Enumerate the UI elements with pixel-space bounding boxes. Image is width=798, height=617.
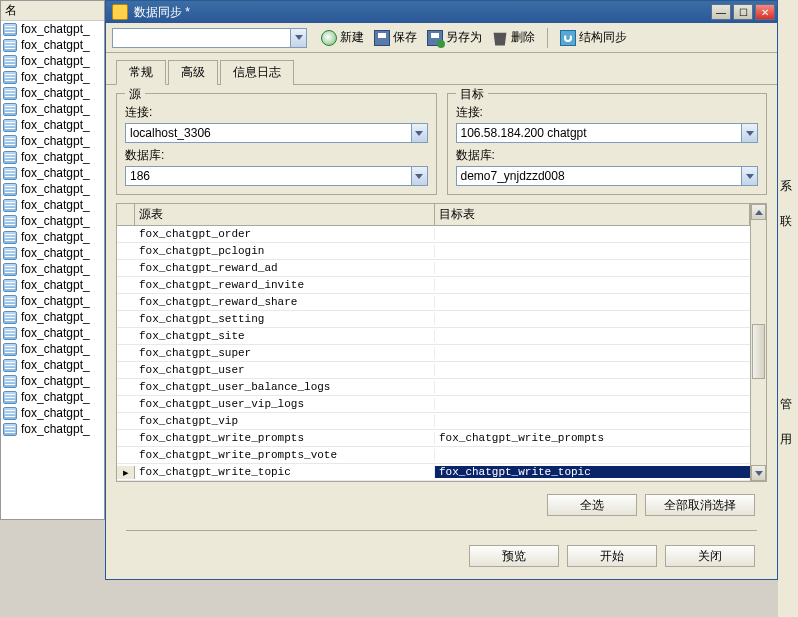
source-db-select[interactable]: 186 [125,166,428,186]
struct-sync-button[interactable]: 结构同步 [556,27,631,49]
minimize-button[interactable]: — [711,4,731,20]
close-button[interactable]: 关闭 [665,545,755,567]
table-icon [3,279,17,292]
new-icon [321,30,337,46]
table-row[interactable]: fox_chatgpt_pclogin [117,243,750,260]
tree-item[interactable]: fox_chatgpt_ [1,245,104,261]
table-icon [3,151,17,164]
tree-item[interactable]: fox_chatgpt_ [1,229,104,245]
profile-combo[interactable] [112,28,307,48]
tree-item[interactable]: fox_chatgpt_ [1,277,104,293]
tab-log[interactable]: 信息日志 [220,60,294,85]
tree-item[interactable]: fox_chatgpt_ [1,69,104,85]
table-row[interactable]: fox_chatgpt_user [117,362,750,379]
left-table-tree[interactable]: 名 fox_chatgpt_fox_chatgpt_fox_chatgpt_fo… [0,0,105,520]
window-title: 数据同步 * [132,4,709,21]
deselect-all-button[interactable]: 全部取消选择 [645,494,755,516]
tree-item[interactable]: fox_chatgpt_ [1,117,104,133]
maximize-button[interactable]: ☐ [733,4,753,20]
chevron-down-icon[interactable] [741,124,757,142]
source-table-cell: fox_chatgpt_super [135,347,435,359]
dialog-buttons: 预览 开始 关闭 [116,541,767,571]
scroll-down-button[interactable] [751,465,766,481]
source-title: 源 [125,86,145,103]
tree-item[interactable]: fox_chatgpt_ [1,21,104,37]
tree-item[interactable]: fox_chatgpt_ [1,341,104,357]
source-table-cell: fox_chatgpt_reward_invite [135,279,435,291]
vertical-scrollbar[interactable] [750,204,766,481]
chevron-down-icon[interactable] [411,124,427,142]
table-icon [3,407,17,420]
source-table-cell: fox_chatgpt_reward_share [135,296,435,308]
target-table-cell[interactable]: fox_chatgpt_write_prompts [435,432,750,444]
tree-item[interactable]: fox_chatgpt_ [1,213,104,229]
source-db-label: 数据库: [125,147,428,164]
tree-item[interactable]: fox_chatgpt_ [1,405,104,421]
table-row[interactable]: fox_chatgpt_order [117,226,750,243]
chevron-down-icon[interactable] [411,167,427,185]
separator [126,530,757,531]
tree-item[interactable]: fox_chatgpt_ [1,133,104,149]
target-conn-select[interactable]: 106.58.184.200 chatgpt [456,123,759,143]
table-row[interactable]: fox_chatgpt_site [117,328,750,345]
table-row[interactable]: fox_chatgpt_user_vip_logs [117,396,750,413]
scroll-thumb[interactable] [752,324,765,379]
table-row[interactable]: fox_chatgpt_reward_invite [117,277,750,294]
tree-item[interactable]: fox_chatgpt_ [1,373,104,389]
table-icon [3,103,17,116]
table-mapping-grid: 源表 目标表 fox_chatgpt_orderfox_chatgpt_pclo… [116,203,767,482]
table-row[interactable]: fox_chatgpt_super [117,345,750,362]
tree-item[interactable]: fox_chatgpt_ [1,293,104,309]
target-title: 目标 [456,86,488,103]
table-row[interactable]: fox_chatgpt_reward_ad [117,260,750,277]
table-icon [3,87,17,100]
table-row[interactable]: fox_chatgpt_write_prompts_vote [117,447,750,464]
tree-item[interactable]: fox_chatgpt_ [1,85,104,101]
select-all-button[interactable]: 全选 [547,494,637,516]
tree-item[interactable]: fox_chatgpt_ [1,325,104,341]
source-table-cell: fox_chatgpt_user_balance_logs [135,381,435,393]
tree-item[interactable]: fox_chatgpt_ [1,389,104,405]
new-button[interactable]: 新建 [317,27,368,49]
tree-item[interactable]: fox_chatgpt_ [1,197,104,213]
tree-item[interactable]: fox_chatgpt_ [1,37,104,53]
table-row[interactable]: fox_chatgpt_setting [117,311,750,328]
source-table-cell: fox_chatgpt_pclogin [135,245,435,257]
table-row[interactable]: fox_chatgpt_vip [117,413,750,430]
saveas-button[interactable]: 另存为 [423,27,486,49]
delete-button[interactable]: 删除 [488,27,539,49]
start-button[interactable]: 开始 [567,545,657,567]
tab-general[interactable]: 常规 [116,60,166,85]
tree-item[interactable]: fox_chatgpt_ [1,261,104,277]
preview-button[interactable]: 预览 [469,545,559,567]
col-target-header[interactable]: 目标表 [435,204,750,225]
tree-item[interactable]: fox_chatgpt_ [1,421,104,437]
tree-item[interactable]: fox_chatgpt_ [1,181,104,197]
table-icon [3,247,17,260]
tree-item[interactable]: fox_chatgpt_ [1,309,104,325]
table-icon [3,119,17,132]
table-icon [3,215,17,228]
col-source-header[interactable]: 源表 [135,204,435,225]
close-window-button[interactable]: ✕ [755,4,775,20]
table-row[interactable]: fox_chatgpt_write_promptsfox_chatgpt_wri… [117,430,750,447]
table-row[interactable]: ▸fox_chatgpt_write_topicfox_chatgpt_writ… [117,464,750,481]
table-row[interactable]: fox_chatgpt_reward_share [117,294,750,311]
save-button[interactable]: 保存 [370,27,421,49]
tree-item[interactable]: fox_chatgpt_ [1,101,104,117]
separator [547,28,548,48]
tree-item[interactable]: fox_chatgpt_ [1,53,104,69]
chevron-down-icon[interactable] [741,167,757,185]
tab-advanced[interactable]: 高级 [168,60,218,85]
tree-item[interactable]: fox_chatgpt_ [1,149,104,165]
tree-item[interactable]: fox_chatgpt_ [1,165,104,181]
tree-item[interactable]: fox_chatgpt_ [1,357,104,373]
target-table-cell[interactable]: fox_chatgpt_write_topic [435,466,750,478]
target-db-select[interactable]: demo7_ynjdzzd008 [456,166,759,186]
table-row[interactable]: fox_chatgpt_user_balance_logs [117,379,750,396]
target-group: 目标 连接: 106.58.184.200 chatgpt 数据库: demo7… [447,93,768,195]
source-conn-select[interactable]: localhost_3306 [125,123,428,143]
source-table-cell: fox_chatgpt_write_topic [135,466,435,478]
chevron-down-icon[interactable] [290,29,306,47]
scroll-up-button[interactable] [751,204,766,220]
